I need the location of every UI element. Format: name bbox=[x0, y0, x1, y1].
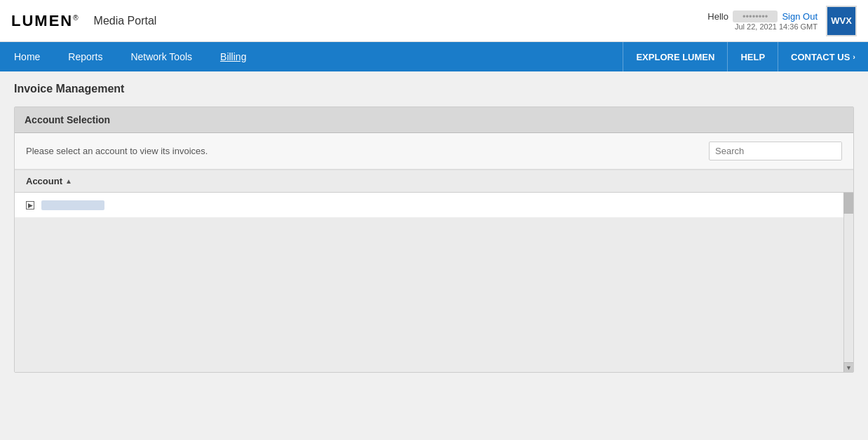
navbar: Home Reports Network Tools Billing EXPLO… bbox=[0, 42, 868, 71]
table-scroll-container: ▶ ▼ bbox=[15, 193, 853, 372]
navbar-right: EXPLORE LUMEN HELP CONTACT US › bbox=[623, 42, 868, 71]
search-box bbox=[709, 142, 842, 160]
scroll-thumb[interactable] bbox=[843, 193, 853, 214]
nav-network-tools[interactable]: Network Tools bbox=[116, 42, 206, 71]
page-title: Invoice Management bbox=[14, 83, 854, 95]
scroll-down-arrow[interactable]: ▼ bbox=[843, 362, 853, 372]
scroll-track[interactable]: ▼ bbox=[843, 193, 853, 372]
account-table: Account ▲ ▶ ▼ bbox=[15, 170, 853, 372]
account-column-label: Account bbox=[26, 176, 62, 186]
hello-label: Hello bbox=[707, 11, 728, 22]
username-display: •••••••• bbox=[733, 11, 778, 22]
nav-explore-lumen[interactable]: EXPLORE LUMEN bbox=[623, 42, 727, 71]
contact-us-chevron-icon: › bbox=[853, 53, 855, 61]
account-table-header: Account ▲ bbox=[15, 170, 853, 193]
account-expand-toggle[interactable]: ▶ bbox=[26, 201, 34, 209]
user-area: Hello •••••••• Sign Out Jul 22, 2021 14:… bbox=[707, 11, 818, 31]
account-row: ▶ bbox=[15, 193, 843, 218]
nav-reports[interactable]: Reports bbox=[54, 42, 116, 71]
account-name-blurred bbox=[41, 200, 104, 210]
company-badge: WVX bbox=[826, 6, 857, 36]
empty-body-area bbox=[15, 218, 853, 372]
search-input[interactable] bbox=[710, 143, 839, 159]
logo-mark: ® bbox=[73, 13, 79, 21]
search-button[interactable] bbox=[839, 142, 842, 160]
panel-instruction-text: Please select an account to view its inv… bbox=[26, 146, 208, 156]
datetime-display: Jul 22, 2021 14:36 GMT bbox=[735, 22, 818, 31]
panel-body: Please select an account to view its inv… bbox=[15, 133, 853, 372]
instruction-row: Please select an account to view its inv… bbox=[15, 133, 853, 170]
portal-title: Media Portal bbox=[94, 15, 708, 27]
header: LUMEN® Media Portal Hello •••••••• Sign … bbox=[0, 0, 868, 42]
logo: LUMEN® bbox=[11, 12, 80, 30]
account-selection-panel: Account Selection Please select an accou… bbox=[14, 106, 854, 373]
sign-out-link[interactable]: Sign Out bbox=[782, 11, 818, 22]
nav-help[interactable]: HELP bbox=[727, 42, 778, 71]
navbar-left: Home Reports Network Tools Billing bbox=[0, 42, 623, 71]
page-content: Invoice Management Account Selection Ple… bbox=[0, 71, 868, 440]
panel-header: Account Selection bbox=[15, 107, 853, 133]
sort-arrow-icon[interactable]: ▲ bbox=[65, 177, 72, 185]
nav-home[interactable]: Home bbox=[0, 42, 54, 71]
nav-contact-us[interactable]: CONTACT US › bbox=[778, 42, 868, 71]
account-table-body: ▶ bbox=[15, 193, 853, 218]
nav-billing[interactable]: Billing bbox=[206, 42, 260, 71]
